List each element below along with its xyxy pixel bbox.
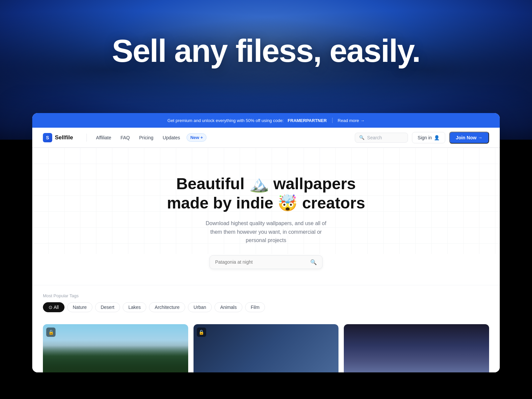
page-headline: Sell any filess, easily.: [0, 33, 532, 68]
tag-lakes[interactable]: Lakes: [123, 302, 146, 312]
hero-title-line1: Beautiful 🏔️ wallpapers: [176, 175, 356, 193]
tags-list: ⊙ All Nature Desert Lakes Architecture U…: [43, 302, 489, 312]
hero-title: Beautiful 🏔️ wallpapers made by indie 🤯 …: [43, 174, 489, 212]
hero-subtitle: Download highest quality wallpapers, and…: [203, 219, 329, 245]
user-icon: 👤: [434, 135, 440, 140]
hero-title-line2: made by indie 🤯 creators: [167, 194, 365, 212]
tag-all-icon: ⊙: [49, 305, 54, 310]
promo-code: FRAMERPARTNER: [288, 118, 327, 123]
join-now-button[interactable]: Join Now →: [449, 132, 489, 144]
logo-text: Sellfile: [55, 134, 73, 141]
join-now-label: Join Now →: [456, 135, 482, 140]
browser-card: Get premium and unlock everything with 5…: [32, 113, 500, 372]
lock-badge-city: 🔒: [46, 328, 56, 337]
banner-divider: [332, 118, 332, 123]
nav-faq[interactable]: FAQ: [116, 133, 134, 142]
nav-pricing[interactable]: Pricing: [135, 133, 158, 142]
main-content: Beautiful 🏔️ wallpapers made by indie 🤯 …: [32, 148, 500, 372]
nav-search-box[interactable]: 🔍 Search: [355, 133, 408, 143]
hero-section: Beautiful 🏔️ wallpapers made by indie 🤯 …: [32, 148, 500, 285]
new-badge[interactable]: New +: [187, 133, 206, 142]
tag-urban[interactable]: Urban: [188, 302, 212, 312]
tag-nature-label: Nature: [73, 305, 87, 310]
nav-affiliate[interactable]: Affiliate: [92, 133, 115, 142]
tag-all[interactable]: ⊙ All: [43, 302, 65, 312]
nav-updates[interactable]: Updates: [159, 133, 184, 142]
hero-search[interactable]: 🔍: [209, 255, 323, 269]
tag-architecture[interactable]: Architecture: [149, 302, 185, 312]
tag-all-label: All: [54, 305, 59, 310]
read-more-link[interactable]: Read more →: [338, 118, 365, 123]
gallery-section: 🔒 🔒: [32, 319, 500, 372]
navbar: S Sellfile Affiliate FAQ Pricing Updates…: [32, 128, 500, 148]
logo-icon: S: [43, 133, 52, 142]
sign-in-button[interactable]: Sign in 👤: [412, 132, 445, 143]
hero-search-icon: 🔍: [310, 259, 317, 265]
tag-desert[interactable]: Desert: [95, 302, 120, 312]
tag-desert-label: Desert: [101, 305, 114, 310]
gallery-item-city[interactable]: 🔒: [43, 324, 188, 372]
nav-links: Affiliate FAQ Pricing Updates New +: [92, 133, 355, 142]
tag-lakes-label: Lakes: [128, 305, 141, 310]
gallery-item-building[interactable]: [344, 324, 489, 372]
nav-logo[interactable]: S Sellfile: [43, 133, 73, 142]
hero-search-input[interactable]: [215, 259, 310, 265]
sign-in-label: Sign in: [418, 135, 432, 140]
tags-section: Most Popular Tags ⊙ All Nature Desert La…: [32, 285, 500, 319]
tag-nature[interactable]: Nature: [67, 302, 92, 312]
promo-banner: Get premium and unlock everything with 5…: [32, 113, 500, 128]
nav-right: 🔍 Search Sign in 👤 Join Now →: [355, 132, 489, 144]
tag-architecture-label: Architecture: [155, 305, 180, 310]
lock-badge-lamp: 🔒: [197, 328, 206, 337]
tag-film[interactable]: Film: [245, 302, 265, 312]
promo-text: Get premium and unlock everything with 5…: [168, 118, 284, 123]
nav-search-label: Search: [367, 135, 382, 140]
tags-label: Most Popular Tags: [43, 293, 489, 298]
tag-urban-label: Urban: [194, 305, 206, 310]
nav-logo-divider: [86, 134, 87, 142]
tag-animals-label: Animals: [220, 305, 237, 310]
tag-film-label: Film: [251, 305, 259, 310]
gallery-item-lamp[interactable]: 🔒: [194, 324, 339, 372]
tag-animals[interactable]: Animals: [214, 302, 242, 312]
nav-search-icon: 🔍: [359, 135, 364, 140]
